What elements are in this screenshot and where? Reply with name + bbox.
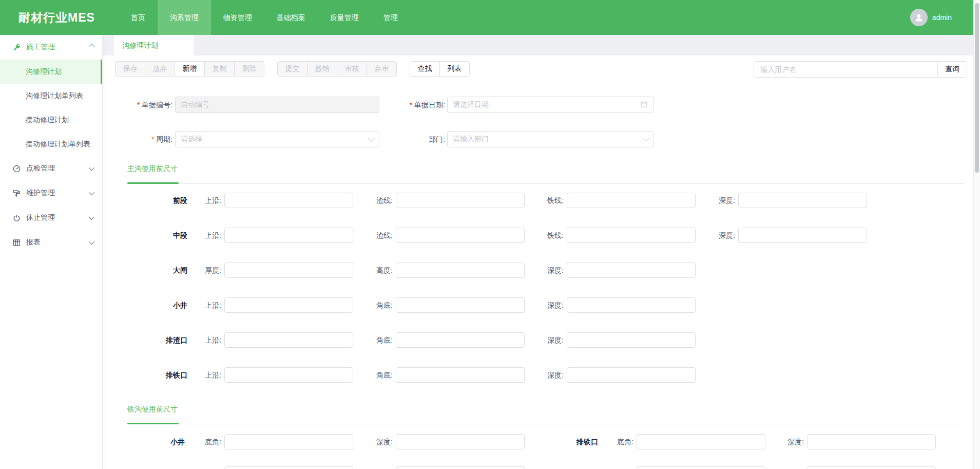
row-group-label: 中段 [103, 228, 187, 243]
sidebar-group[interactable]: 维护管理 [0, 181, 102, 205]
measurement-input[interactable] [567, 332, 696, 348]
scrollbar-thumb[interactable] [975, 3, 979, 173]
main-content: 沟修理计划 保存放弃新增复制删除提交撤销审核弃审查找列表 查询 *单据编号:自动… [103, 35, 973, 469]
field-label: 上沿: [180, 193, 221, 208]
field-label: 深度: [694, 228, 735, 243]
date-input[interactable]: 请选择日期 [447, 97, 654, 113]
select-input[interactable]: 请输入部门 [447, 131, 654, 147]
user-menu[interactable]: admin [910, 0, 952, 35]
sidebar-group[interactable]: 施工管理 [0, 35, 102, 60]
measurement-input[interactable] [396, 332, 525, 348]
measurement-input[interactable] [224, 367, 353, 383]
row-group-label: 大闸 [103, 262, 187, 278]
field-label: 高度: [352, 262, 393, 278]
field-label: 上沿: [180, 297, 221, 313]
field-label: 底角: [592, 434, 633, 449]
sidebar-group[interactable]: 报表 [0, 230, 102, 255]
app-logo: 耐材行业MES [18, 10, 95, 26]
top-nav: 首页沟系管理物资管理基础档案质量管理管理 [119, 0, 410, 35]
required-asterisk: * [137, 101, 140, 109]
repair-plan-form: *单据编号:自动编号*单据日期:请选择日期*周期:请选择部门:请输入部门主沟使用… [103, 35, 973, 469]
select-input[interactable]: 请选择 [175, 131, 379, 147]
measurement-input[interactable] [396, 434, 525, 449]
nav-item[interactable]: 管理 [371, 0, 410, 35]
placeholder: 自动编号 [181, 100, 374, 109]
field-label: 角底: [352, 297, 393, 313]
sidebar-item[interactable]: 摆动修理计划 [0, 108, 102, 132]
wrench-icon [12, 43, 21, 52]
field-label: 深度: [523, 262, 564, 278]
measurement-input[interactable] [567, 228, 696, 243]
measurement-input[interactable] [396, 297, 525, 313]
field-label: *单据编号: [103, 97, 172, 113]
sidebar-item[interactable]: 沟修理计划单列表 [0, 84, 102, 108]
measurement-input[interactable] [567, 297, 696, 313]
measurement-input[interactable] [567, 193, 696, 208]
measurement-input[interactable] [224, 228, 353, 243]
required-asterisk: * [151, 135, 154, 143]
chevron-down-icon [89, 190, 94, 195]
measurement-input[interactable] [807, 466, 936, 469]
field-label: 上沿: [180, 332, 221, 348]
chevron-down-icon [89, 239, 94, 245]
power-icon [12, 214, 21, 222]
section-title: 主沟使用前尺寸 [127, 164, 178, 174]
nav-item[interactable]: 基础档案 [264, 0, 318, 35]
sidebar-item[interactable]: 沟修理计划 [0, 60, 102, 84]
measurement-input[interactable] [567, 262, 696, 278]
measurement-input[interactable] [567, 367, 696, 383]
field-label: 渣线: [352, 193, 393, 208]
field-label: 底角: [180, 434, 221, 449]
measurement-input[interactable] [224, 262, 353, 278]
measurement-input[interactable] [396, 228, 525, 243]
measurement-input[interactable] [807, 434, 936, 449]
field-label: 铁线: [523, 193, 564, 208]
sidebar-group-label: 报表 [26, 238, 89, 247]
measurement-input[interactable] [224, 193, 353, 208]
field-label: 上沿: [180, 228, 221, 243]
app-header: 耐材行业MES 首页沟系管理物资管理基础档案质量管理管理 admin [0, 0, 980, 35]
field-label: 角底: [352, 367, 393, 383]
app-window: 耐材行业MES 首页沟系管理物资管理基础档案质量管理管理 admin 施工管理沟… [0, 0, 980, 469]
field-label: 深度: [694, 193, 735, 208]
field-label: 角底: [352, 332, 393, 348]
row-group-label: 小井 [103, 297, 187, 313]
row-group-label: 排渣口 [103, 332, 187, 348]
measurement-input[interactable] [396, 262, 525, 278]
sidebar-group-label: 施工管理 [26, 43, 89, 52]
sidebar-group-label: 休止管理 [26, 213, 89, 222]
field-label: 深度: [523, 367, 564, 383]
nav-item[interactable]: 质量管理 [318, 0, 371, 35]
measurement-input[interactable] [738, 193, 867, 208]
sidebar-group[interactable]: 点检管理 [0, 156, 102, 181]
section-title: 铁沟使用前尺寸 [127, 405, 178, 414]
vertical-scrollbar[interactable] [973, 0, 980, 469]
sidebar-group[interactable]: 休止管理 [0, 205, 102, 230]
section-underline [127, 424, 965, 424]
nav-item[interactable]: 沟系管理 [158, 0, 211, 35]
document-number-input[interactable]: 自动编号 [175, 97, 379, 113]
toolbar-button[interactable]: 列表 [439, 61, 470, 77]
measurement-input[interactable] [637, 434, 765, 449]
sidebar-item[interactable]: 摆动修理计划单列表 [0, 132, 102, 156]
field-label: 深度: [352, 434, 393, 449]
toolbar-button[interactable]: 新增 [175, 61, 205, 77]
chevron-down-icon [643, 135, 649, 142]
measurement-input[interactable] [396, 367, 525, 383]
nav-item[interactable]: 物资管理 [211, 0, 264, 35]
measurement-input[interactable] [637, 466, 765, 469]
measurement-input[interactable] [224, 434, 353, 449]
measurement-input[interactable] [224, 466, 353, 469]
measurement-input[interactable] [396, 193, 525, 208]
toolbar-button[interactable]: 查找 [410, 61, 440, 77]
chevron-down-icon [89, 214, 94, 220]
measurement-input[interactable] [224, 297, 353, 313]
table-icon [12, 238, 21, 247]
nav-item[interactable]: 首页 [119, 0, 158, 35]
username: admin [932, 13, 952, 22]
measurement-input[interactable] [396, 466, 525, 469]
chevron-up-icon [89, 44, 94, 49]
measurement-input[interactable] [224, 332, 353, 348]
toolbar-button-group: 查找列表 [410, 61, 470, 77]
measurement-input[interactable] [738, 228, 867, 243]
